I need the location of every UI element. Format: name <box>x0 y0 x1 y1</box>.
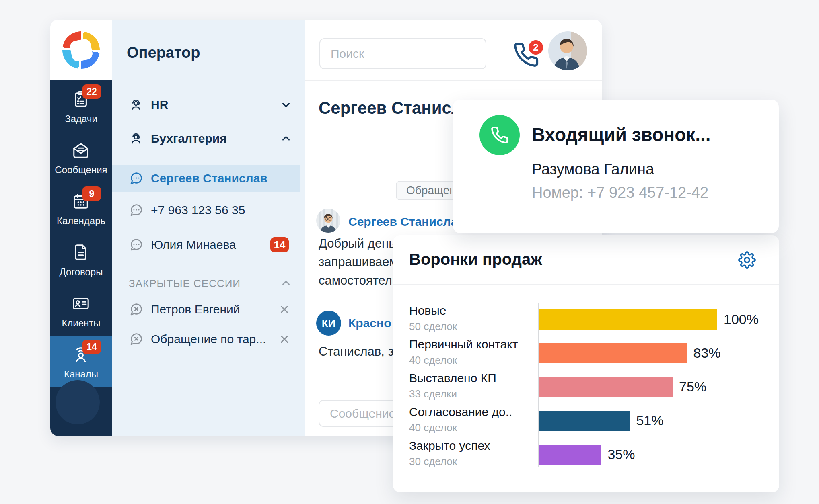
funnel-bar <box>539 411 630 431</box>
session-label: +7 963 123 56 35 <box>151 203 245 217</box>
search-input[interactable] <box>319 38 486 69</box>
sidebar-item-label: Календарь <box>50 215 112 227</box>
sidebar-item-label: Договоры <box>50 266 112 278</box>
message-text-line: Добрый день! <box>319 236 399 251</box>
chat-bubble-closed-icon <box>129 332 143 346</box>
tasks-badge: 22 <box>82 84 101 99</box>
funnel-title: Воронки продаж <box>409 250 542 268</box>
call-accept-icon[interactable] <box>479 115 520 155</box>
chevron-down-icon[interactable] <box>280 99 292 111</box>
funnel-stage-count: 40 сделок <box>409 422 457 434</box>
closed-session-row-ticket[interactable]: Обращение по тар... <box>112 328 305 350</box>
incoming-call-popup[interactable]: Входящий звонок... Разумова Галина Номер… <box>453 100 779 233</box>
funnel-percent-label: 75% <box>679 379 706 395</box>
session-label: Петров Евгений <box>151 303 240 316</box>
funnel-stage-count: 30 сделок <box>409 455 457 467</box>
close-icon[interactable] <box>278 303 290 316</box>
calls-badge: 2 <box>527 39 544 56</box>
message-author: Сергеев Станислав <box>348 215 465 229</box>
channels-badge: 14 <box>82 340 101 354</box>
operator-panel: Оператор HR Бу <box>112 20 305 436</box>
message-text-line: запрашиваем <box>319 255 398 269</box>
funnel-stage-label: Выставлено КП <box>409 371 496 386</box>
funnel-stage-label: Первичный контакт <box>409 338 518 352</box>
funnel-bar <box>539 377 673 397</box>
funnel-stage-label: Согласование до.. <box>409 405 512 420</box>
session-label: Юлия Минаева <box>151 238 236 252</box>
chat-bubble-icon <box>129 171 143 186</box>
group-label: HR <box>151 98 168 112</box>
logo-cell <box>50 20 112 80</box>
funnel-stage-label: Новые <box>409 304 447 318</box>
message-text-line: самостоятель <box>319 273 399 288</box>
funnel-bar <box>539 445 601 465</box>
funnel-bar <box>539 343 687 363</box>
avatar-photo <box>548 31 587 70</box>
sidebar-item-calendar[interactable]: 9 Календарь <box>50 182 112 234</box>
sales-funnel-card: Воронки продаж Новые Первичный контакт В… <box>393 235 779 492</box>
call-popup-title: Входящий звонок... <box>532 124 711 145</box>
chat-bubble-closed-icon <box>129 302 143 317</box>
header-divider <box>305 80 602 81</box>
sidebar-item-label: Задачи <box>50 113 112 125</box>
chevron-up-icon[interactable] <box>280 277 292 289</box>
sidebar-item-clients[interactable]: Клиенты <box>50 285 112 336</box>
sidebar-item-label: Клиенты <box>50 318 112 329</box>
session-row-minaeva[interactable]: Юлия Минаева 14 <box>112 234 305 256</box>
unread-badge: 14 <box>270 237 289 252</box>
close-icon[interactable] <box>278 333 290 345</box>
caller-name: Разумова Галина <box>532 161 654 178</box>
session-label: Обращение по тар... <box>151 332 266 346</box>
sidebar-item-contracts[interactable]: Договоры <box>50 234 112 285</box>
group-row-hr[interactable]: HR <box>112 94 305 116</box>
funnel-percent-label: 51% <box>636 413 663 429</box>
message-avatar-initials: КИ <box>316 311 341 336</box>
sidebar-item-tasks[interactable]: 22 Задачи <box>50 80 112 131</box>
funnel-stage-count: 33 сделки <box>409 388 457 400</box>
funnel-stage-count: 40 сделок <box>409 354 457 366</box>
closed-session-row-petrov[interactable]: Петров Евгений <box>112 298 305 321</box>
funnel-stage-label: Закрыто успех <box>409 439 490 453</box>
panel-title: Оператор <box>127 44 200 61</box>
session-row-phone[interactable]: +7 963 123 56 35 <box>112 199 305 221</box>
gear-icon[interactable] <box>738 251 756 269</box>
calendar-badge: 9 <box>82 186 101 201</box>
operator-icon <box>129 98 143 112</box>
session-row-sergeev[interactable]: Сергеев Станислав <box>112 167 305 190</box>
group-row-accounting[interactable]: Бухгалтерия <box>112 127 305 150</box>
screen: 22 Задачи Сообщения <box>0 0 819 504</box>
sidebar-item-messages[interactable]: Сообщения <box>50 131 112 182</box>
chat-bubble-icon <box>129 203 143 217</box>
caller-number: Номер: +7 923 457-12-42 <box>532 184 708 201</box>
messages-icon <box>72 141 90 160</box>
funnel-stage-count: 50 сделок <box>409 320 457 332</box>
sidebar-item-label: Сообщения <box>50 164 112 176</box>
app-logo-icon <box>62 31 100 69</box>
funnel-percent-label: 100% <box>724 311 759 328</box>
chat-bubble-icon <box>129 238 143 252</box>
message-text-line: Станислав, зд <box>319 344 401 359</box>
group-label: Бухгалтерия <box>151 132 227 145</box>
funnel-percent-label: 83% <box>693 345 721 361</box>
funnel-percent-label: 35% <box>607 447 635 463</box>
message-author: Красно <box>348 316 391 330</box>
user-avatar[interactable] <box>548 31 587 70</box>
chevron-up-icon[interactable] <box>280 133 292 145</box>
funnel-bar <box>539 309 717 330</box>
closed-sessions-header: ЗАКРЫТЫЕ СЕССИИ <box>129 277 241 290</box>
document-icon <box>72 243 90 262</box>
left-nav-rail: 22 Задачи Сообщения <box>50 20 112 436</box>
operator-icon <box>129 131 143 146</box>
id-card-icon <box>72 294 90 313</box>
sidebar-item-channels[interactable]: 14 Каналы <box>50 336 112 387</box>
funnel-divider <box>393 284 779 285</box>
sidebar-item-label: Каналы <box>50 369 112 380</box>
session-label: Сергеев Станислав <box>151 172 268 185</box>
rail-avatar-placeholder <box>56 380 100 424</box>
message-avatar <box>316 209 340 233</box>
